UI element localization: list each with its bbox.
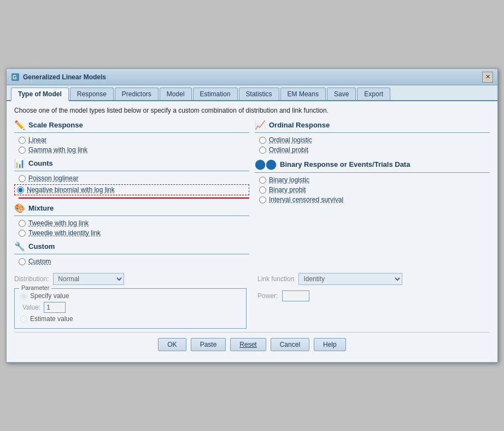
binary-title: Binary Response or Events/Trials Data [280, 160, 410, 168]
linear-radio[interactable] [19, 137, 26, 144]
parameter-box: Parameter Specify value Value: 1 Estimat… [14, 288, 247, 329]
tab-estimation[interactable]: Estimation [193, 88, 238, 100]
title-bar: G Generalized Linear Models ✕ [7, 69, 497, 85]
counts-icon: 📊 [14, 158, 25, 168]
tab-predictors[interactable]: Predictors [115, 88, 159, 100]
tab-save[interactable]: Save [327, 88, 356, 100]
custom-label[interactable]: Custom [28, 258, 51, 265]
tweedie-log-radio[interactable] [19, 220, 26, 227]
paste-button[interactable]: Paste [191, 338, 226, 351]
ord-logistic-option[interactable]: Ordinal logistic [255, 136, 490, 144]
binary-probit-option[interactable]: Binary probit [255, 186, 490, 194]
description-text: Choose one of the model types listed bel… [14, 107, 490, 114]
tab-em-means[interactable]: EM Means [280, 88, 326, 100]
tweedie-id-label[interactable]: Tweedie with identity link [28, 229, 101, 237]
binary-logistic-label[interactable]: Binary logistic [269, 176, 309, 184]
scale-response-icon: ✏️ [14, 120, 25, 130]
ord-probit-label[interactable]: Ordinal probit [269, 146, 308, 154]
reset-button[interactable]: Reset [230, 338, 266, 351]
estimate-value-label[interactable]: Estimate value [30, 315, 73, 323]
ordinal-divider [255, 132, 490, 133]
ordinal-icon: 📈 [255, 120, 266, 130]
gamma-log-label[interactable]: Gamma with log link [28, 146, 87, 154]
binary-probit-label[interactable]: Binary probit [269, 186, 306, 194]
tweedie-id-radio[interactable] [19, 230, 26, 237]
ok-button[interactable]: OK [158, 338, 186, 351]
neg-binom-option[interactable]: Negative binomial with log link [14, 184, 249, 195]
close-button[interactable]: ✕ [482, 72, 493, 83]
binary-icon: ⬤⬤ [255, 158, 277, 170]
custom-option[interactable]: Custom [14, 258, 249, 265]
gamma-log-option[interactable]: Gamma with log link [14, 146, 249, 154]
custom-radio[interactable] [19, 258, 26, 265]
value-input[interactable]: 1 [44, 302, 66, 313]
poisson-label[interactable]: Poisson loglinear [28, 174, 78, 182]
specify-value-label[interactable]: Specify value [30, 292, 69, 300]
tab-type-of-model[interactable]: Type of Model [11, 88, 69, 101]
interval-censored-label[interactable]: Interval censored survival [269, 196, 343, 203]
estimate-value-radio[interactable] [20, 316, 27, 323]
specify-value-radio[interactable] [20, 293, 27, 300]
main-window: G Generalized Linear Models ✕ Type of Mo… [6, 68, 498, 363]
counts-section: 📊 Counts Poisson loglinear Negative bino… [14, 158, 249, 199]
counts-title: Counts [28, 159, 53, 167]
scale-response-title: Scale Response [28, 121, 83, 129]
ordinal-response-section: 📈 Ordinal Response Ordinal logistic Ordi… [255, 120, 490, 154]
custom-icon: 🔧 [14, 241, 25, 252]
gamma-log-radio[interactable] [19, 147, 26, 154]
mixture-divider [14, 215, 249, 216]
interval-censored-option[interactable]: Interval censored survival [255, 196, 490, 203]
ord-probit-option[interactable]: Ordinal probit [255, 146, 490, 154]
tabs-container: Type of Model Response Predictors Model … [7, 85, 497, 101]
ordinal-title: Ordinal Response [269, 121, 330, 129]
binary-logistic-option[interactable]: Binary logistic [255, 176, 490, 184]
link-function-row: Link function Identity [257, 273, 490, 285]
poisson-option[interactable]: Poisson loglinear [14, 174, 249, 182]
estimate-value-option[interactable]: Estimate value [20, 315, 241, 323]
bottom-bar: OK Paste Reset Cancel Help [14, 332, 490, 357]
tab-model[interactable]: Model [160, 88, 192, 100]
linear-label[interactable]: Linear [28, 136, 46, 144]
content-area: Choose one of the model types listed bel… [7, 101, 497, 362]
tab-export[interactable]: Export [357, 88, 390, 100]
neg-binom-radio[interactable] [17, 187, 24, 194]
window-title: Generalized Linear Models [23, 73, 106, 81]
mixture-section: 🎨 Mixture Tweedie with log link Tweedie … [14, 203, 249, 237]
app-icon: G [11, 73, 20, 81]
link-function-label: Link function [257, 275, 294, 283]
linear-option[interactable]: Linear [14, 136, 249, 144]
parameter-legend: Parameter [19, 284, 51, 291]
custom-title: Custom [28, 242, 55, 251]
custom-divider [14, 254, 249, 254]
specify-value-option[interactable]: Specify value [20, 292, 241, 300]
tweedie-log-label[interactable]: Tweedie with log link [28, 219, 89, 227]
ord-logistic-radio[interactable] [259, 137, 266, 144]
value-label: Value: [22, 304, 40, 311]
cancel-button[interactable]: Cancel [271, 338, 309, 351]
scale-divider [14, 132, 249, 133]
ord-logistic-label[interactable]: Ordinal logistic [269, 136, 312, 144]
neg-binom-label[interactable]: Negative binomial with log link [27, 186, 115, 194]
ord-probit-radio[interactable] [259, 147, 266, 154]
tab-statistics[interactable]: Statistics [239, 88, 279, 100]
power-label: Power: [257, 292, 278, 300]
distribution-row: Distribution: Normal [14, 273, 247, 285]
binary-divider [255, 172, 490, 173]
distribution-select[interactable]: Normal [53, 273, 124, 285]
help-button[interactable]: Help [314, 338, 346, 351]
custom-left-panel: Distribution: Normal Parameter Specify v… [14, 273, 247, 329]
poisson-radio[interactable] [19, 175, 26, 182]
power-input[interactable] [282, 290, 309, 301]
custom-options-row: Distribution: Normal Parameter Specify v… [14, 273, 490, 329]
link-function-select[interactable]: Identity [298, 273, 402, 285]
tweedie-log-option[interactable]: Tweedie with log link [14, 219, 249, 227]
tab-response[interactable]: Response [70, 88, 114, 100]
binary-logistic-radio[interactable] [259, 177, 266, 184]
reset-label: Reset [239, 341, 256, 348]
model-columns: ✏️ Scale Response Linear Gamma with log … [14, 120, 490, 270]
tweedie-id-option[interactable]: Tweedie with identity link [14, 229, 249, 237]
power-row: Power: [257, 290, 490, 301]
binary-probit-radio[interactable] [259, 187, 266, 194]
counts-divider [14, 171, 249, 171]
interval-censored-radio[interactable] [259, 196, 266, 203]
